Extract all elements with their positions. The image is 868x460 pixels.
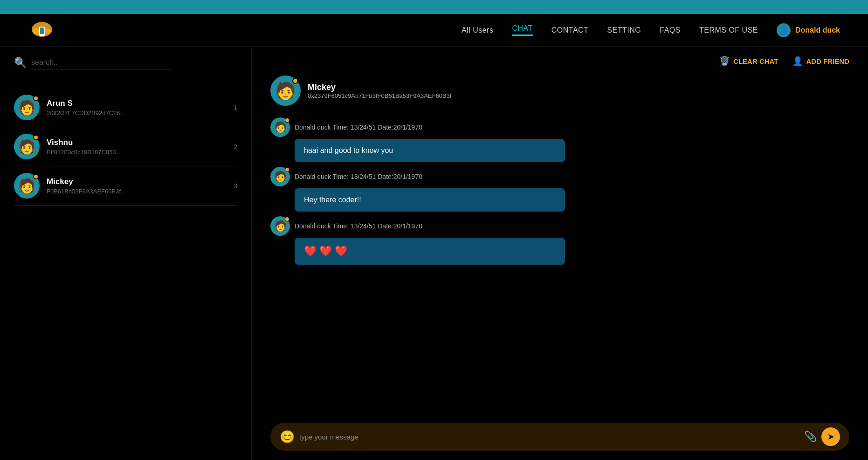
recipient-name: Mickey [308, 82, 452, 92]
contact-badge: 3 [234, 182, 237, 190]
msg-avatar: 🧑 [270, 216, 290, 236]
send-icon: ➤ [827, 432, 834, 442]
message-input-area: 😊 📎 ➤ [270, 423, 849, 451]
message-meta: 🧑 Donald duck Time: 13/24/51 Date:20/1/1… [270, 216, 845, 236]
contact-hash: Eff812F3c8c19B187C853.. [47, 149, 227, 156]
online-dot [33, 174, 39, 179]
message-row: 🧑 Donald duck Time: 13/24/51 Date:20/1/1… [270, 117, 845, 162]
contact-info: Arun S 2f3f2D7F7CDD2B92d7C26.. [47, 99, 227, 117]
recipient-online-dot [292, 78, 298, 84]
msg-sender: Donald duck Time: 13/24/51 Date:20/1/197… [295, 222, 422, 230]
msg-online-dot [285, 167, 289, 172]
contact-badge: 2 [234, 143, 237, 151]
avatar-wrap: 🧑 [14, 134, 40, 159]
emoji-button[interactable]: 😊 [280, 430, 295, 444]
msg-sender: Donald duck Time: 13/24/51 Date:20/1/197… [295, 173, 422, 180]
contact-info: Mickey F0B61Ba53F9A3AEF60B3f.. [47, 177, 227, 195]
contact-badge: 1 [234, 103, 237, 111]
search-icon: 🔍 [14, 57, 27, 69]
avatar-wrap: 🧑 [14, 95, 40, 120]
nav-setting[interactable]: SETTING [607, 26, 641, 34]
clear-chat-label: CLEAR CHAT [733, 57, 778, 65]
contact-hash: F0B61Ba53F9A3AEF60B3f.. [47, 188, 227, 195]
recipient-info: Mickey 0x2379F6051c9Ab71Fb3fF0B61Ba53F9A… [308, 82, 452, 99]
nav-all-users[interactable]: All Users [462, 26, 494, 34]
msg-avatar: 🧑 [270, 167, 290, 186]
logo-area [28, 16, 56, 44]
svg-point-5 [41, 34, 43, 35]
recipient-hash: 0x2379F6051c9Ab71Fb3fF0B61Ba53F9A3AEF60B… [308, 92, 452, 99]
msg-bubble: Hey there coder!! [295, 188, 565, 212]
add-friend-button[interactable]: 👤 ADD FRIEND [792, 56, 850, 66]
recipient-avatar: 🧑 [270, 76, 301, 106]
recipient-header: 🧑 Mickey 0x2379F6051c9Ab71Fb3fF0B61Ba53F… [270, 76, 845, 106]
msg-online-dot [285, 118, 289, 123]
sidebar: 🔍 🧑 Arun S 2f3f2D7F7CDD2B92d7C26.. 1 [0, 47, 252, 460]
nav-links: All Users CHAT CONTACT SETTING FAQS TERM… [462, 24, 758, 36]
chat-panel: 🗑️ CLEAR CHAT 👤 ADD FRIEND 🧑 Mickey 0x23… [252, 47, 868, 460]
contact-hash: 2f3f2D7F7CDD2B92d7C26.. [47, 110, 227, 117]
chat-header-actions: 🗑️ CLEAR CHAT 👤 ADD FRIEND [270, 56, 849, 66]
list-item[interactable]: 🧑 Arun S 2f3f2D7F7CDD2B92d7C26.. 1 [14, 88, 237, 127]
msg-bubble-hearts: ❤️ ❤️ ❤️ [295, 238, 565, 265]
message-meta: 🧑 Donald duck Time: 13/24/51 Date:20/1/1… [270, 117, 845, 137]
message-row: 🧑 Donald duck Time: 13/24/51 Date:20/1/1… [270, 167, 845, 212]
svg-point-2 [44, 28, 51, 34]
msg-sender: Donald duck Time: 13/24/51 Date:20/1/197… [295, 124, 422, 131]
nav-faqs[interactable]: FAQS [660, 26, 681, 34]
list-item[interactable]: 🧑 Mickey F0B61Ba53F9A3AEF60B3f.. 3 [14, 166, 237, 206]
header: All Users CHAT CONTACT SETTING FAQS TERM… [0, 14, 868, 47]
clear-chat-button[interactable]: 🗑️ CLEAR CHAT [719, 56, 778, 66]
contact-name: Vishnu [47, 138, 227, 147]
top-bar [0, 0, 868, 14]
list-item[interactable]: 🧑 Vishnu Eff812F3c8c19B187C853.. 2 [14, 127, 237, 166]
nav-contact[interactable]: CONTACT [551, 26, 589, 34]
svg-point-1 [33, 28, 40, 34]
search-input[interactable] [31, 56, 171, 69]
user-area[interactable]: 👤 Donald duck [777, 23, 840, 37]
contact-list: 🧑 Arun S 2f3f2D7F7CDD2B92d7C26.. 1 🧑 Vis… [14, 88, 237, 206]
msg-online-dot [285, 217, 289, 221]
search-area: 🔍 [14, 56, 237, 74]
user-name: Donald duck [795, 26, 840, 34]
message-row: 🧑 Donald duck Time: 13/24/51 Date:20/1/1… [270, 216, 845, 265]
send-button[interactable]: ➤ [821, 427, 840, 446]
message-input[interactable] [299, 433, 799, 441]
msg-avatar: 🧑 [270, 117, 290, 137]
add-friend-icon: 👤 [792, 56, 803, 66]
svg-rect-4 [40, 27, 44, 34]
app-logo [28, 16, 56, 44]
trash-icon: 🗑️ [719, 56, 730, 66]
add-friend-label: ADD FRIEND [806, 57, 850, 65]
online-dot [33, 135, 39, 140]
contact-info: Vishnu Eff812F3c8c19B187C853.. [47, 138, 227, 156]
main-container: 🔍 🧑 Arun S 2f3f2D7F7CDD2B92d7C26.. 1 [0, 47, 868, 460]
nav-terms[interactable]: TERMS OF USE [699, 26, 758, 34]
msg-bubble: haai and good to know you [295, 139, 565, 162]
user-avatar: 👤 [777, 23, 791, 37]
nav-chat[interactable]: CHAT [512, 24, 532, 36]
contact-name: Mickey [47, 177, 227, 186]
online-dot [33, 96, 39, 101]
chat-messages: 🧑 Mickey 0x2379F6051c9Ab71Fb3fF0B61Ba53F… [270, 76, 849, 416]
attach-button[interactable]: 📎 [804, 431, 817, 443]
contact-name: Arun S [47, 99, 227, 108]
avatar-wrap: 🧑 [14, 173, 40, 199]
message-meta: 🧑 Donald duck Time: 13/24/51 Date:20/1/1… [270, 167, 845, 186]
